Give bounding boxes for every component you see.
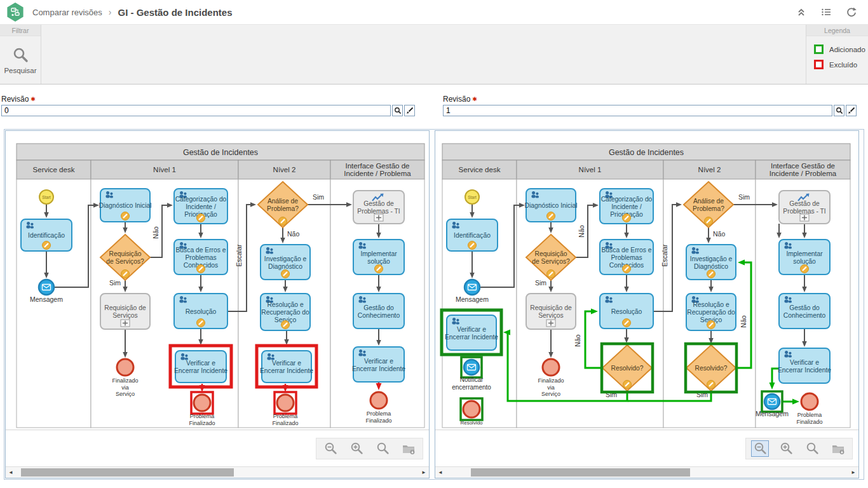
required-icon: ✱ <box>31 97 36 102</box>
breadcrumb[interactable]: Comparar revisões <box>32 8 102 17</box>
svg-text:Problema: Problema <box>367 410 391 417</box>
svg-text:Finalizado: Finalizado <box>189 420 215 426</box>
revision-label: Revisão ✱ <box>443 95 857 104</box>
svg-text:Mensagem: Mensagem <box>30 295 63 303</box>
clear-button[interactable] <box>404 105 415 116</box>
node-gestao-problemas-ti[interactable]: Gestão deProblemas - TI <box>779 191 830 224</box>
node-verificar-n2[interactable]: Verificar eEncerrar Incidente <box>257 346 316 387</box>
svg-text:Diagnóstico: Diagnóstico <box>694 263 728 270</box>
node-busca-erros[interactable]: Busca de Erros eProblemasConhecidos <box>600 240 653 274</box>
node-verificar-interface[interactable]: Verificar eEncerrar Incidente <box>352 347 405 382</box>
svg-text:Nível 2: Nível 2 <box>698 166 721 173</box>
node-verificar-interface[interactable]: Verificar eEncerrar Incidente <box>778 348 831 383</box>
node-resolucao-recuperacao[interactable]: Resolução eRecuperação doServiço <box>261 294 310 330</box>
svg-text:Não: Não <box>578 225 585 237</box>
export-folder-button[interactable] <box>400 440 417 457</box>
svg-text:Nível 1: Nível 1 <box>153 166 176 173</box>
svg-text:Interface Gestão de: Interface Gestão de <box>345 162 409 170</box>
node-gestao-conhecimento[interactable]: Gestão doConhecimento <box>353 294 404 329</box>
svg-text:Mensagem: Mensagem <box>756 410 789 417</box>
refresh-icon[interactable] <box>844 5 858 19</box>
filter-section-title: Filtrar <box>0 25 41 36</box>
collapse-up-icon[interactable] <box>794 5 808 19</box>
node-requisicao-servicos[interactable]: Requisição deServiços <box>100 294 150 329</box>
node-resolucao[interactable]: Resolução <box>174 294 227 329</box>
header: Comparar revisões › GI - Gestão de Incid… <box>0 0 868 24</box>
diagram-canvas-revision-0: Gestão de IncidentesService deskNível 1N… <box>6 131 429 430</box>
page-title: GI - Gestão de Incidentes <box>118 7 233 18</box>
node-resolucao[interactable]: Resolução <box>600 294 653 329</box>
node-start[interactable]: Start <box>39 190 53 204</box>
node-resolucao-recuperacao[interactable]: Resolução eRecuperação doServiço <box>686 294 736 330</box>
scroll-left-arrow[interactable]: ◄ <box>435 470 445 475</box>
svg-text:Resolução: Resolução <box>611 308 642 315</box>
svg-text:Finalizado: Finalizado <box>538 377 564 384</box>
svg-text:Serviço: Serviço <box>541 391 560 397</box>
zoom-search-button[interactable] <box>374 440 391 457</box>
scroll-thumb[interactable] <box>21 468 234 477</box>
node-identificacao[interactable]: Identificação <box>21 219 72 251</box>
horizontal-scrollbar: ◄ ► <box>6 466 429 478</box>
node-implementar-solucao[interactable]: Implementarsolução <box>779 240 830 274</box>
svg-text:Requisição de: Requisição de <box>104 304 146 311</box>
node-investigacao[interactable]: Investigação eDiagnóstico <box>261 245 310 280</box>
legend-item-removed: Excluído <box>814 60 868 69</box>
zoom-search-button[interactable] <box>803 440 821 457</box>
list-icon[interactable] <box>819 5 833 19</box>
export-folder-button[interactable] <box>829 440 847 457</box>
node-investigacao[interactable]: Investigação eDiagnóstico <box>686 245 736 280</box>
svg-text:Problema?: Problema? <box>267 205 299 212</box>
scroll-track[interactable] <box>445 468 848 477</box>
svg-text:Diagnóstico: Diagnóstico <box>268 263 302 270</box>
node-gestao-conhecimento[interactable]: Gestão doConhecimento <box>779 294 830 329</box>
scroll-left-arrow[interactable]: ◄ <box>6 470 16 475</box>
diagram-panel-left: Gestão de IncidentesService deskNível 1N… <box>5 130 430 478</box>
svg-text:Verificar e: Verificar e <box>364 358 393 365</box>
scroll-right-arrow[interactable]: ► <box>848 470 858 475</box>
node-diagnostico-inicial[interactable]: Diagnóstico Inicial <box>99 189 152 222</box>
node-implementar-solucao[interactable]: Implementarsolução <box>353 240 404 274</box>
node-verificar-servicedesk[interactable]: Verificar eEncerrar Incidente <box>442 310 501 355</box>
zoom-out-button[interactable] <box>322 440 339 457</box>
clear-button[interactable] <box>846 105 857 116</box>
svg-text:Verificar e: Verificar e <box>186 360 215 367</box>
node-start[interactable]: Start <box>465 190 479 204</box>
node-busca-erros[interactable]: Busca de Erros eProblemasConhecidos <box>174 240 227 274</box>
filter-section: Filtrar Pesquisar <box>0 25 41 84</box>
svg-text:Resolvido: Resolvido <box>460 420 483 426</box>
svg-text:encerramento: encerramento <box>452 384 491 391</box>
node-categorizacao[interactable]: Categorização doIncidente /Priorização <box>174 189 227 224</box>
revision-input[interactable] <box>1 105 391 116</box>
toolbar-spacer <box>41 25 806 84</box>
scroll-track[interactable] <box>16 468 419 477</box>
lookup-button[interactable] <box>392 105 403 116</box>
svg-text:Service desk: Service desk <box>33 166 75 173</box>
lookup-button[interactable] <box>834 105 844 116</box>
node-diagnostico-inicial[interactable]: Diagnóstico Inicial <box>525 189 578 222</box>
search-button[interactable]: Pesquisar <box>0 36 41 84</box>
svg-text:Incidente /: Incidente / <box>186 203 216 210</box>
zoom-in-button[interactable] <box>777 440 795 457</box>
scroll-thumb[interactable] <box>471 468 690 477</box>
revision-label-text: Revisão <box>443 95 470 104</box>
zoom-in-button[interactable] <box>348 440 365 457</box>
node-verificar-n1[interactable]: Verificar eEncerrar Incidente <box>170 346 231 387</box>
scroll-right-arrow[interactable]: ► <box>419 470 429 475</box>
diagram-viewport[interactable]: Gestão de IncidentesService deskNível 1N… <box>435 131 858 430</box>
diagram-viewport[interactable]: Gestão de IncidentesService deskNível 1N… <box>6 131 429 430</box>
node-identificacao[interactable]: Identificação <box>447 219 498 251</box>
node-requisicao-servicos[interactable]: Requisição deServiços <box>526 294 576 329</box>
node-categorizacao[interactable]: Categorização doIncidente /Priorização <box>600 189 653 224</box>
svg-text:Requisição: Requisição <box>109 250 142 257</box>
diagram-panel-right: Gestão de IncidentesService deskNível 1N… <box>435 130 859 478</box>
zoom-out-button[interactable] <box>751 440 769 457</box>
revision-input[interactable] <box>443 105 832 116</box>
svg-text:Verificar e: Verificar e <box>457 326 486 333</box>
svg-text:Service desk: Service desk <box>459 166 501 173</box>
svg-text:Gestão de Incidentes: Gestão de Incidentes <box>183 148 258 157</box>
svg-text:solução: solução <box>367 258 390 265</box>
svg-text:Resolução e: Resolução e <box>267 301 304 308</box>
node-gestao-problemas-ti[interactable]: Gestão deProblemas - TI <box>353 191 404 224</box>
search-icon <box>12 46 29 65</box>
svg-text:Problema?: Problema? <box>693 205 724 212</box>
